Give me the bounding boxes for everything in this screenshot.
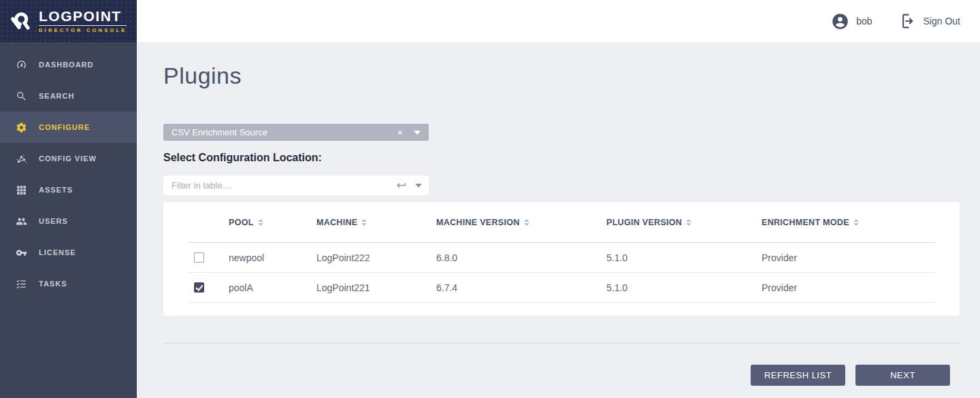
sort-icon[interactable] <box>686 219 691 226</box>
search-icon <box>15 90 27 102</box>
cell-enrichment-mode: Provider <box>762 252 935 263</box>
task-list-icon <box>15 278 27 290</box>
cell-machine: LogPoint222 <box>316 252 436 263</box>
chevron-down-icon[interactable] <box>414 131 421 135</box>
gauge-icon <box>15 59 27 71</box>
cell-pool: poolA <box>229 282 316 293</box>
user-menu[interactable]: bob <box>831 12 872 31</box>
sort-icon[interactable] <box>361 219 367 226</box>
topbar: bob Sign Out <box>137 0 980 42</box>
sign-out-button[interactable]: Sign Out <box>900 13 960 29</box>
sidebar-item-tasks[interactable]: TASKS <box>0 268 137 299</box>
cell-enrichment-mode: Provider <box>762 282 935 293</box>
sort-icon[interactable] <box>853 219 859 226</box>
sidebar-item-assets[interactable]: ASSETS <box>0 174 137 205</box>
sign-out-icon <box>900 13 916 29</box>
column-header-machine-version[interactable]: MACHINE VERSION <box>436 218 606 227</box>
column-header-plugin-version[interactable]: PLUGIN VERSION <box>606 218 762 227</box>
sidebar-item-label: DASHBOARD <box>39 61 94 69</box>
cell-pool: newpool <box>229 252 316 263</box>
sidebar-item-label: SEARCH <box>39 92 74 100</box>
row-checkbox[interactable] <box>194 252 204 263</box>
sidebar-item-label: USERS <box>39 217 68 225</box>
column-header-pool[interactable]: POOL <box>229 218 316 227</box>
sidebar-item-search[interactable]: SEARCH <box>0 80 137 112</box>
sidebar-item-label: LICENSE <box>39 248 76 256</box>
sidebar-item-config-view[interactable]: CONFIG VIEW <box>0 143 137 174</box>
page-content: Plugins CSV Enrichment Source × Select C… <box>137 42 980 398</box>
sidebar-item-label: CONFIGURE <box>39 123 90 131</box>
sidebar-item-label: CONFIG VIEW <box>39 154 97 163</box>
main-area: bob Sign Out Plugins CSV Enrichment Sour… <box>137 0 980 398</box>
table-row: newpool LogPoint222 6.8.0 5.1.0 Provider <box>188 243 935 273</box>
clear-selection-icon[interactable]: × <box>397 128 403 137</box>
sidebar: LOGPOINT DIRECTOR CONSOLE DASHBOARD SEAR… <box>0 0 137 398</box>
action-buttons: REFRESH LIST NEXT <box>163 365 960 386</box>
sidebar-item-label: TASKS <box>39 280 67 288</box>
table-filter <box>163 176 429 195</box>
network-icon <box>15 152 27 165</box>
brand-name: LOGPOINT <box>39 9 127 26</box>
cell-machine-version: 6.7.4 <box>436 282 606 293</box>
logpoint-logo-icon <box>9 10 33 33</box>
users-icon <box>15 215 27 227</box>
sidebar-item-license[interactable]: LICENSE <box>0 237 137 268</box>
machines-table-card: POOL MACHINE MACHINE VERSION PLUGIN VERS… <box>163 202 960 316</box>
plugin-type-select[interactable]: CSV Enrichment Source × <box>163 124 429 141</box>
key-icon <box>15 246 27 259</box>
sort-icon[interactable] <box>524 219 529 226</box>
table-header-row: POOL MACHINE MACHINE VERSION PLUGIN VERS… <box>188 202 935 243</box>
filter-input[interactable] <box>163 176 429 195</box>
sidebar-item-users[interactable]: USERS <box>0 205 137 237</box>
plugin-type-selected-value: CSV Enrichment Source <box>172 127 397 137</box>
sidebar-nav: DASHBOARD SEARCH CONFIGURE <box>0 42 137 299</box>
sidebar-item-configure[interactable]: CONFIGURE <box>0 112 137 143</box>
chevron-down-icon[interactable] <box>415 184 422 188</box>
column-header-enrichment-mode[interactable]: ENRICHMENT MODE <box>762 218 935 227</box>
user-avatar-icon <box>831 12 849 31</box>
sidebar-item-dashboard[interactable]: DASHBOARD <box>0 49 137 80</box>
sort-icon[interactable] <box>258 219 263 226</box>
next-button[interactable]: NEXT <box>855 365 950 386</box>
refresh-list-button[interactable]: REFRESH LIST <box>751 365 845 386</box>
brand-subtitle: DIRECTOR CONSOLE <box>39 28 127 33</box>
enter-key-icon <box>395 180 407 191</box>
cell-plugin-version: 5.1.0 <box>606 282 762 293</box>
cell-plugin-version: 5.1.0 <box>606 252 762 263</box>
username: bob <box>856 16 872 27</box>
cell-machine-version: 6.8.0 <box>436 252 606 263</box>
section-divider <box>163 343 960 344</box>
logo[interactable]: LOGPOINT DIRECTOR CONSOLE <box>0 0 137 42</box>
sign-out-label: Sign Out <box>924 16 960 27</box>
table-row: poolA LogPoint221 6.7.4 5.1.0 Provider <box>188 273 935 303</box>
sidebar-item-label: ASSETS <box>39 186 73 194</box>
column-header-machine[interactable]: MACHINE <box>316 218 436 227</box>
page-title: Plugins <box>163 63 960 89</box>
row-checkbox[interactable] <box>194 282 204 293</box>
section-label: Select Configuration Location: <box>163 152 960 164</box>
app-window: LOGPOINT DIRECTOR CONSOLE DASHBOARD SEAR… <box>0 0 980 398</box>
cell-machine: LogPoint221 <box>316 282 436 293</box>
gear-icon <box>15 121 27 133</box>
grid-icon <box>15 184 27 196</box>
